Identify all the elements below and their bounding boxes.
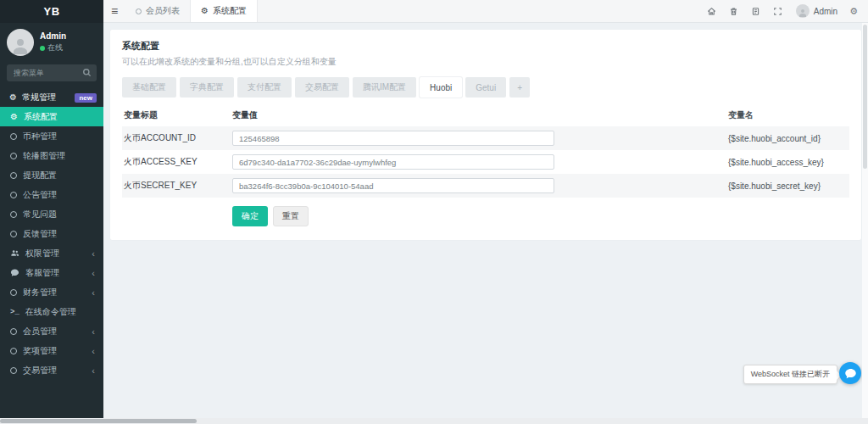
comment-icon	[10, 268, 19, 277]
sidebar-item-label: 权限管理	[25, 248, 59, 259]
chevron-left-icon: ‹	[92, 287, 95, 298]
vertical-scrollbar[interactable]	[862, 23, 868, 418]
sidebar-item-announcement-mgmt[interactable]: 公告管理	[0, 185, 103, 204]
reset-button[interactable]: 重置	[273, 206, 309, 226]
sidebar-item-label: 会员管理	[23, 326, 57, 338]
sidebar-item-label: 财务管理	[23, 287, 57, 298]
circle-icon	[136, 8, 142, 14]
sidebar-item-trade-mgmt[interactable]: 交易管理 ‹	[0, 360, 103, 380]
person-icon	[798, 8, 808, 18]
add-tab-button[interactable]: +	[509, 77, 530, 98]
col-header-value: 变量值	[232, 109, 728, 121]
user-name: Admin	[40, 31, 66, 41]
sidebar-item-online-command[interactable]: >_ 在线命令管理	[0, 302, 103, 321]
cogs-icon[interactable]: ⚙	[846, 6, 861, 17]
user-panel: Admin 在线	[0, 23, 103, 61]
user-info: Admin 在线	[40, 31, 66, 53]
trash-icon[interactable]	[723, 0, 745, 23]
horizontal-scrollbar[interactable]	[0, 418, 868, 424]
new-badge: new	[75, 93, 97, 103]
circle-icon	[10, 192, 17, 198]
search-icon[interactable]	[82, 68, 92, 79]
tab-dict-config[interactable]: 字典配置	[180, 77, 234, 98]
clear-cache-icon[interactable]	[745, 0, 767, 23]
circle-icon	[10, 231, 17, 237]
sidebar-item-finance-mgmt[interactable]: 财务管理 ‹	[0, 282, 103, 302]
sidebar-item-member-mgmt[interactable]: 会员管理 ‹	[0, 321, 103, 341]
circle-icon	[10, 367, 17, 374]
page-subtitle: 可以在此增改系统的变量和分组,也可以自定义分组和变量	[122, 56, 849, 68]
config-table: 变量标题 变量值 变量名 火币ACCOUNT_ID {$site.huobi_a…	[122, 104, 849, 198]
sidebar-item-permission-mgmt[interactable]: 权限管理 ‹	[0, 243, 103, 263]
table-row: 火币SECRET_KEY {$site.huobi_secret_key}	[122, 174, 849, 198]
page-title: 系统配置	[122, 40, 849, 53]
circle-icon	[10, 153, 17, 159]
tab-getui[interactable]: Getui	[465, 77, 506, 98]
access-key-input[interactable]	[232, 154, 554, 170]
terminal-icon: >_	[10, 308, 19, 316]
submit-button[interactable]: 确定	[232, 206, 268, 226]
circle-icon	[10, 133, 17, 140]
col-header-title: 变量标题	[122, 109, 232, 121]
chevron-left-icon: ‹	[92, 248, 95, 259]
circle-icon	[10, 172, 17, 179]
users-icon	[10, 248, 19, 258]
chevron-left-icon: ‹	[92, 268, 95, 278]
fullscreen-icon[interactable]	[767, 0, 789, 23]
admin-user-menu[interactable]: Admin	[814, 7, 837, 16]
top-navbar: ≡ 会员列表 ⚙ 系统配置 Admin ⚙	[103, 0, 868, 23]
tab-label: 会员列表	[146, 5, 180, 17]
config-card: 系统配置 可以在此增改系统的变量和分组,也可以自定义分组和变量 基础配置 字典配…	[110, 30, 861, 240]
tab-system-config[interactable]: ⚙ 系统配置	[190, 0, 258, 22]
hamburger-icon[interactable]: ≡	[103, 0, 125, 22]
config-tabs: 基础配置 字典配置 支付配置 交易配置 腾讯IM配置 Huobi Getui +	[122, 77, 849, 98]
sidebar-item-label: 反馈管理	[23, 228, 57, 240]
sidebar-item-carousel-mgmt[interactable]: 轮播图管理	[0, 146, 103, 165]
row-title: 火币ACCOUNT_ID	[122, 132, 232, 144]
sidebar-item-label: 公告管理	[23, 189, 57, 201]
sidebar-item-service-mgmt[interactable]: 客服管理 ‹	[0, 263, 103, 282]
content-area: 系统配置 可以在此增改系统的变量和分组,也可以自定义分组和变量 基础配置 字典配…	[103, 23, 868, 418]
form-actions: 确定 重置	[232, 206, 849, 226]
sidebar-item-system-config[interactable]: ⚙ 系统配置	[0, 107, 103, 126]
admin-avatar[interactable]	[796, 4, 810, 18]
tab-trade-config[interactable]: 交易配置	[295, 77, 349, 98]
main-column: ≡ 会员列表 ⚙ 系统配置 Admin ⚙	[103, 0, 868, 418]
sidebar-item-feedback-mgmt[interactable]: 反馈管理	[0, 224, 103, 243]
tab-pay-config[interactable]: 支付配置	[237, 77, 292, 98]
sidebar-item-faq[interactable]: 常见问题	[0, 204, 103, 224]
col-header-name: 变量名	[728, 109, 849, 121]
circle-icon	[10, 289, 17, 296]
sidebar-item-award-mgmt[interactable]: 奖项管理 ‹	[0, 341, 103, 360]
tab-member-list[interactable]: 会员列表	[125, 0, 190, 22]
avatar	[7, 29, 34, 56]
circle-icon	[10, 211, 17, 218]
account-id-input[interactable]	[232, 131, 554, 146]
sidebar-item-withdraw-config[interactable]: 提现配置	[0, 165, 103, 185]
app-logo[interactable]: YB	[0, 0, 103, 23]
navbar-right: Admin ⚙	[701, 0, 868, 22]
tab-huobi[interactable]: Huobi	[420, 77, 462, 98]
sidebar-item-coin-mgmt[interactable]: 币种管理	[0, 126, 103, 146]
sidebar-menu: ⚙ 常规管理 new ⚙ 系统配置 币种管理 轮播图管理 提现配置 公告管理 常…	[0, 88, 103, 380]
horizontal-scrollbar-thumb[interactable]	[0, 419, 197, 423]
chevron-left-icon: ‹	[92, 326, 95, 337]
sidebar-search	[7, 64, 97, 81]
sidebar-item-label: 在线命令管理	[25, 306, 76, 318]
chevron-left-icon: ‹	[92, 346, 95, 356]
secret-key-input[interactable]	[232, 178, 554, 193]
home-icon[interactable]	[701, 0, 723, 23]
chevron-left-icon: ‹	[92, 365, 95, 376]
table-header-row: 变量标题 变量值 变量名	[122, 104, 849, 126]
sidebar-item-label: 轮播图管理	[23, 150, 65, 162]
vertical-scrollbar-thumb[interactable]	[863, 25, 867, 169]
tab-tencent-im-config[interactable]: 腾讯IM配置	[353, 77, 416, 98]
sidebar-item-label: 提现配置	[23, 170, 57, 181]
sidebar-section-general[interactable]: ⚙ 常规管理 new	[0, 88, 103, 107]
chat-button[interactable]	[839, 362, 861, 384]
sidebar: YB Admin 在线 ⚙ 常规管理 new ⚙ 系统配置	[0, 0, 103, 418]
tab-basic-config[interactable]: 基础配置	[122, 77, 176, 98]
row-title: 火币SECRET_KEY	[122, 180, 232, 192]
circle-icon	[10, 328, 17, 335]
sidebar-item-label: 奖项管理	[23, 345, 57, 357]
